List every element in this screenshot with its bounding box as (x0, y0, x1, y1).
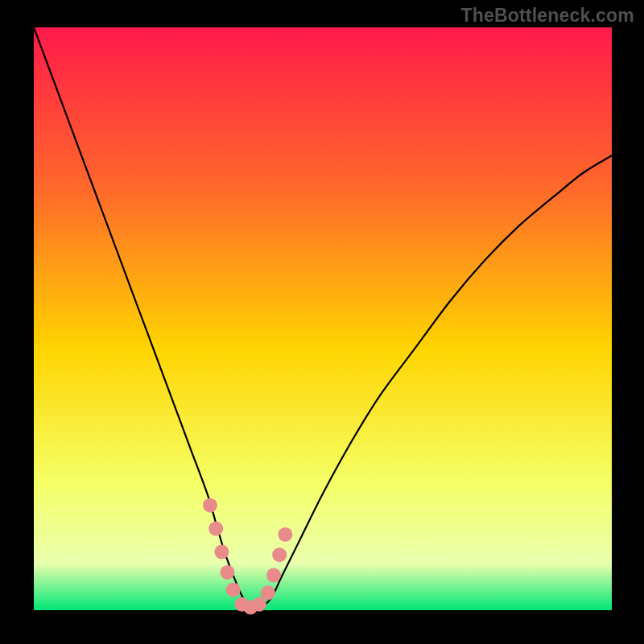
marker-dot (226, 583, 241, 597)
marker-dot (214, 545, 229, 559)
watermark-text: TheBottleneck.com (460, 5, 634, 27)
marker-dot (203, 498, 217, 513)
bottleneck-chart (0, 0, 644, 644)
marker-dot (208, 522, 223, 536)
marker-dot (272, 547, 287, 562)
plot-area (34, 27, 612, 610)
marker-dot (221, 565, 235, 580)
marker-dot (266, 568, 281, 583)
marker-dot (278, 527, 292, 542)
chart-frame: TheBottleneck.com (0, 0, 644, 644)
marker-dot (252, 597, 266, 612)
marker-dot (261, 585, 275, 600)
